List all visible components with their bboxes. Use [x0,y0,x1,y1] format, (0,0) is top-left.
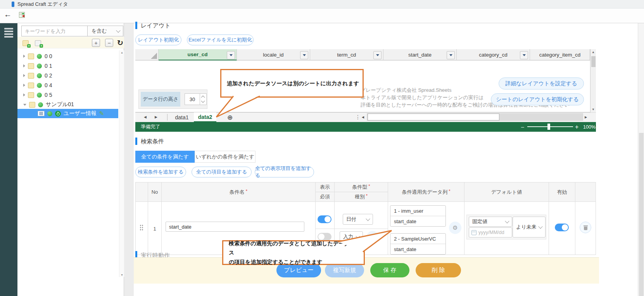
scroll-thumb[interactable] [368,114,499,120]
column-dropdown-icon[interactable] [520,51,528,59]
zoom-out-icon[interactable]: − [521,124,524,131]
sheet-column-term-cd[interactable]: term_cd [310,49,383,60]
row-drag-handle-icon[interactable] [140,224,143,231]
condition-name-input[interactable] [166,222,304,232]
add-sheet-icon[interactable]: ⊕ [227,114,233,122]
zoom-in-icon[interactable]: + [575,124,578,131]
target-column: start_date [390,216,445,226]
tree-scrollbar[interactable]: ▲ ▼ [119,50,124,277]
tree-item[interactable]: 0 5 [17,90,118,100]
tree-item-expanded[interactable]: サンプル01 [17,100,118,109]
tree-item-selected[interactable]: ユーザー情報 ✎ [17,109,118,118]
sheet-column-category-item-cd[interactable]: category_item_cd [530,49,590,60]
match-all-tab[interactable]: 全ての条件を満たす [135,151,195,163]
delete-button[interactable]: 削 除 [416,263,461,277]
caret-down-icon[interactable] [23,104,26,106]
show-toggle[interactable] [318,215,331,223]
tree-item[interactable]: 0 4 [17,81,118,90]
add-all-items-button[interactable]: 全ての項目を追加する [192,167,252,177]
scroll-thumb[interactable] [639,133,644,296]
header-cond-type: 条件型* [335,182,388,192]
sheet-init-button[interactable]: シートのレイアウトを初期化する [491,93,584,105]
add-condition-label: 検索条件を追加する [138,169,184,176]
header-actions [575,182,596,202]
target-2-box[interactable]: 2 - SampleUserVC start_date [390,233,446,255]
enabled-toggle[interactable] [555,224,569,231]
add-condition-button[interactable]: 検索条件を追加する [135,167,186,177]
scroll-up-icon[interactable]: ▲ [592,50,595,54]
back-icon[interactable]: ← [4,10,12,19]
hscroll-right-icon[interactable]: ▶ [585,115,587,119]
excel-init-button[interactable]: Excelファイルを元に初期化 [187,34,254,45]
excel-init-label: Excelファイルを元に初期化 [188,36,252,43]
detail-layout-button[interactable]: 詳細なレイアウトを設定する [499,77,584,89]
refresh-icon[interactable]: ↻ [117,38,123,47]
scroll-down-icon[interactable]: ▼ [592,108,595,111]
match-any-tab[interactable]: いずれかの条件を満たす [195,151,256,163]
caret-right-icon[interactable] [23,64,25,67]
tree-item-label: ユーザー情報 [64,110,97,117]
window-scrollbar[interactable] [638,23,644,296]
caret-right-icon[interactable] [23,74,25,77]
tab-nav-right-icon[interactable]: ▶ [155,115,157,119]
sheet-column-user-cd[interactable]: user_cd [159,49,237,60]
hamburger-icon[interactable] [0,26,17,40]
kind-settings-button[interactable]: ⚙ [367,231,378,243]
spreadsheet-app-icon[interactable] [19,12,25,18]
layout-init-button[interactable]: レイアウト初期化 [135,34,181,45]
detail-layout-label: 詳細なレイアウトを設定する [506,80,577,87]
sheet-tab-data1[interactable]: data1 [171,112,193,122]
sheet-tab-data2-active[interactable]: data2 [194,112,216,122]
zoom-slider-thumb[interactable] [547,124,550,130]
column-dropdown-icon[interactable] [227,51,235,59]
tree-item[interactable]: 0 0 [17,52,118,61]
hscroll-left-icon[interactable]: ◀ [362,115,364,119]
tree-item[interactable]: 0 1 [17,61,118,71]
expand-all-button[interactable]: + [92,39,100,47]
sheet-column-locale-id[interactable]: locale_id [237,49,310,60]
scroll-thumb[interactable] [591,56,596,67]
scroll-down-icon[interactable]: ▼ [121,274,123,276]
sheet-vertical-scrollbar[interactable]: ▲ ▼ [590,49,596,112]
collapse-all-button[interactable]: − [105,39,113,47]
default-operator-select[interactable]: より未来 [513,217,546,237]
cond-type-select[interactable]: 日付 [343,214,373,225]
toolbar [0,9,644,23]
row-height-value[interactable]: 30 [185,93,200,105]
tree-item[interactable]: 0 2 [17,71,118,80]
calendar-icon[interactable] [471,230,477,235]
tree-item-label: サンプル01 [46,101,74,108]
pencil-icon[interactable]: ✎ [99,110,104,117]
target-settings-button[interactable]: ⚙ [449,222,461,234]
delete-row-button[interactable] [580,222,591,233]
status-dot-icon [47,111,52,116]
tab-overflow-icon[interactable]: ⋮ [355,114,361,120]
column-dropdown-icon[interactable] [447,51,455,59]
sheet-horizontal-scrollbar[interactable] [367,113,583,121]
status-dot-icon [37,83,42,88]
default-mode-select[interactable]: 固定値 [469,217,512,227]
tab-nav-left-icon[interactable]: ◀ [144,115,147,119]
add-node-icon[interactable]: + [35,40,41,46]
match-mode-select[interactable]: を含む [87,26,123,36]
search-input[interactable] [21,26,87,36]
column-dropdown-icon[interactable] [300,51,308,59]
sheet-corner-cell[interactable] [135,49,159,60]
sheet-column-category-cd[interactable]: category_cd [457,49,530,60]
status-dot-icon [38,102,43,107]
add-all-display-button[interactable]: 全ての表示項目を追加する [255,167,314,177]
header-target: 条件適用先データ列* [388,182,464,202]
save-button[interactable]: 保 存 [370,263,409,277]
column-label: category_cd [479,52,508,58]
row-height-stepper[interactable] [200,93,207,105]
caret-right-icon[interactable] [23,93,25,96]
add-folder-icon[interactable]: + [22,40,29,46]
column-dropdown-icon[interactable] [373,51,382,59]
scroll-up-icon[interactable]: ▲ [121,51,123,54]
target-1-box[interactable]: 1 - imm_user start_date [390,205,446,227]
caret-right-icon[interactable] [23,84,25,87]
header-kind: 種別* [335,192,388,202]
sheet-column-start-date[interactable]: start_date [383,49,457,60]
zoom-slider[interactable] [527,126,573,127]
caret-right-icon[interactable] [23,55,25,58]
